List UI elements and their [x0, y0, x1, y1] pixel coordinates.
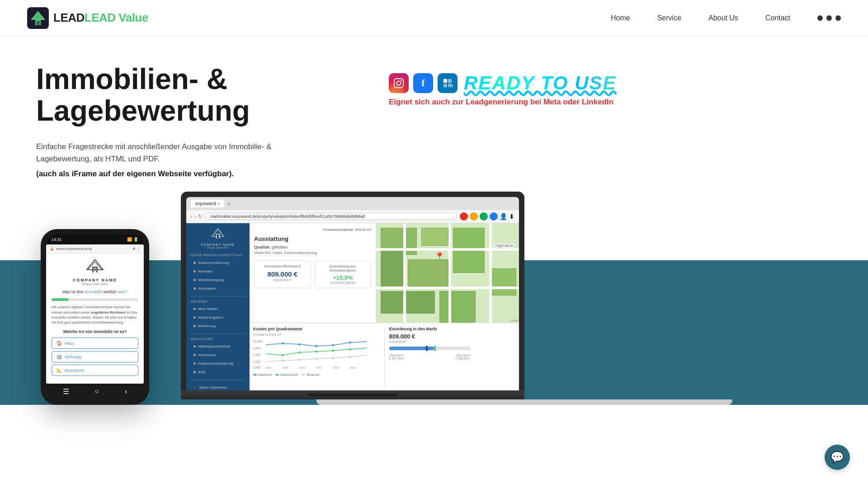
phone-option-haus[interactable]: 🏠 Haus: [52, 338, 138, 349]
svg-text:2024: 2024: [350, 366, 356, 369]
chart-legend: Maximum Durchschnitt: [253, 373, 380, 376]
sidebar-item-menu-minimize[interactable]: ← Menü minimieren: [191, 384, 245, 390]
browser-btn-orange[interactable]: [470, 212, 478, 221]
browser-btn-blue[interactable]: [490, 212, 498, 221]
sidebar-item-einfuehrung[interactable]: Einführung: [191, 322, 245, 330]
svg-text:2022: 2022: [316, 366, 322, 369]
market-chart-section: Einordnung in den Markt 809.000 € 6.018 …: [384, 327, 516, 387]
svg-point-7: [401, 80, 401, 81]
metric-card-richtwert: Immobilien-Richtwert ℹ 809.000 € 6.018 €…: [254, 260, 311, 288]
new-tab-btn[interactable]: +: [227, 200, 231, 207]
phone-option-wohnung[interactable]: 🏢 Wohnung: [52, 351, 138, 362]
hero-description-1: Einfache Fragestrecke mit anschließender…: [36, 141, 289, 165]
sidebar-item-datenschutz[interactable]: Datenschutzerklärung: [191, 360, 245, 367]
svg-point-6: [397, 81, 401, 85]
browser-left-panel: Grundstücksfläche: 333.00 m² Ausstattung…: [250, 223, 376, 323]
ausstattung-title: Ausstattung: [254, 235, 371, 242]
chart1-title: Kosten pro Quadratmeter: [253, 327, 380, 331]
sidebar-logo: [191, 228, 245, 239]
lead-gen-text: Eignet sich auch zur Leadgenerierung bei…: [389, 98, 615, 107]
nav-dots: [817, 15, 841, 21]
sidebar-item-agb[interactable]: AGB: [191, 368, 245, 376]
svg-text:2023: 2023: [333, 366, 339, 369]
svg-rect-20: [217, 235, 219, 239]
sidebar-divider-1: [191, 296, 245, 296]
metric-richtwert-sub: 6.018 €/m²: [258, 278, 307, 282]
sidebar-item-makler[interactable]: Mein Makler: [191, 305, 245, 313]
grundstuecksflaeche-label: Grundstücksfläche: 333.00 m²: [254, 228, 371, 232]
svg-point-43: [298, 359, 301, 361]
line-chart-section: Kosten pro Quadratmeter pro Jahr in € pr…: [253, 327, 380, 387]
sidebar-company-name: COMPANY NAME: [191, 243, 245, 246]
forward-btn[interactable]: ›: [194, 213, 196, 220]
hero-description-2: (auch als iFrame auf der eigenen Webseit…: [36, 168, 289, 180]
browser-btn-record[interactable]: [460, 212, 468, 221]
browser-btn-green[interactable]: [480, 212, 488, 221]
hero-text: Immobilien- & Lagebewertung Einfache Fra…: [36, 63, 353, 183]
logo-text: LEADLEAD Value: [53, 11, 148, 25]
chat-widget[interactable]: 💬: [825, 445, 850, 470]
map-label-person: Finger Brook: [494, 244, 514, 248]
back-btn[interactable]: ‹: [191, 213, 193, 220]
download-icon[interactable]: ⬇: [509, 213, 514, 220]
svg-point-35: [332, 344, 335, 347]
phone-screen: 🔒 testvk.expowand.de/ql ⊕ ⋮: [46, 244, 144, 384]
nav-dot-2: [826, 15, 832, 21]
browser-tab[interactable]: expowand ×: [191, 200, 224, 207]
instagram-icon[interactable]: [389, 73, 409, 93]
sidebar-divider-2: [191, 333, 245, 334]
social-icons: f in: [389, 73, 458, 93]
browser-url-bar[interactable]: markmakler.expowand.de/propertyvaluation…: [205, 213, 457, 220]
metric-richtwert-title: Immobilien-Richtwert ℹ: [258, 264, 307, 268]
sidebar-divider-3: [191, 380, 245, 380]
svg-point-33: [298, 343, 301, 346]
market-value: 809.000 €: [389, 333, 516, 340]
phone-option-grundstueck[interactable]: 📐 Grundstück: [52, 365, 138, 376]
svg-rect-5: [394, 79, 403, 88]
phone-bottom-bar: ☰ ○ ‹: [46, 384, 144, 399]
facebook-icon[interactable]: f: [413, 73, 433, 93]
metrics-row: Immobilien-Richtwert ℹ 809.000 € 6.018 €…: [254, 260, 371, 288]
browser-map[interactable]: 📍 Finger Brook Leaflet: [376, 223, 519, 323]
nav-about[interactable]: About Us: [708, 14, 738, 22]
chart2-title: Einordnung in den Markt: [389, 327, 516, 331]
laptop-stand: [316, 399, 732, 405]
svg-point-39: [315, 351, 317, 353]
phone-company-name: COMPANY NAME: [52, 278, 138, 282]
phone-status-bar: 14:31 📶 🔋: [46, 235, 144, 244]
reload-btn[interactable]: ↻: [198, 213, 203, 220]
phone-description: Mit unserem digitalen Immobilienrechner …: [52, 305, 138, 325]
laptop-hinge: [307, 394, 398, 396]
svg-text:in: in: [448, 82, 453, 88]
svg-text:10.000: 10.000: [253, 340, 262, 343]
sidebar-item-marktbewegung[interactable]: Marktbewegung: [191, 276, 245, 284]
sidebar-item-haftung[interactable]: Haftungsausschluss: [191, 343, 245, 350]
quality-row: Qualität: gehoben: [254, 245, 371, 249]
phone-company-logo: [52, 259, 138, 274]
logo[interactable]: LEADLEAD Value: [27, 7, 148, 29]
phone-menu-btn[interactable]: ☰: [63, 387, 69, 396]
sidebar-item-soziodaten[interactable]: Soziodaten: [191, 285, 245, 292]
phone-home-btn[interactable]: ○: [95, 387, 99, 396]
sidebar-item-impressum[interactable]: Impressum: [191, 351, 245, 359]
sidebar-item-angaben[interactable]: Meine Angaben: [191, 314, 245, 321]
svg-text:2021: 2021: [299, 366, 305, 369]
phone-back-btn[interactable]: ‹: [125, 387, 127, 396]
linkedin-icon[interactable]: in: [438, 73, 458, 93]
svg-point-37: [282, 354, 284, 357]
main-content: Immobilien- & Lagebewertung Einfache Fra…: [0, 0, 868, 405]
svg-text:2.000: 2.000: [253, 366, 261, 369]
svg-point-42: [282, 360, 284, 362]
sidebar-item-kaufwert[interactable]: Kaufwert: [191, 267, 245, 275]
phone-url-bar: 🔒 testvk.expowand.de/ql ⊕ ⋮: [46, 244, 144, 253]
nav-home[interactable]: Home: [611, 14, 630, 22]
nav-service[interactable]: Service: [657, 14, 681, 22]
profile-icon[interactable]: 👤: [500, 213, 507, 220]
sidebar-item-zusammenfassung[interactable]: Zusammenfassung: [191, 259, 245, 267]
social-ready-block: f in READY TO USE Eignet sich auch zur L…: [389, 63, 617, 107]
metric-entwicklung-sub: im letzten Quartal: [319, 281, 368, 284]
phone-question: Was ist Ihre Immobilie wirklich wert?: [52, 289, 138, 295]
svg-text:2018: 2018: [266, 366, 271, 369]
nav-contact[interactable]: Contact: [765, 14, 790, 22]
svg-text:6.000: 6.000: [253, 353, 261, 357]
